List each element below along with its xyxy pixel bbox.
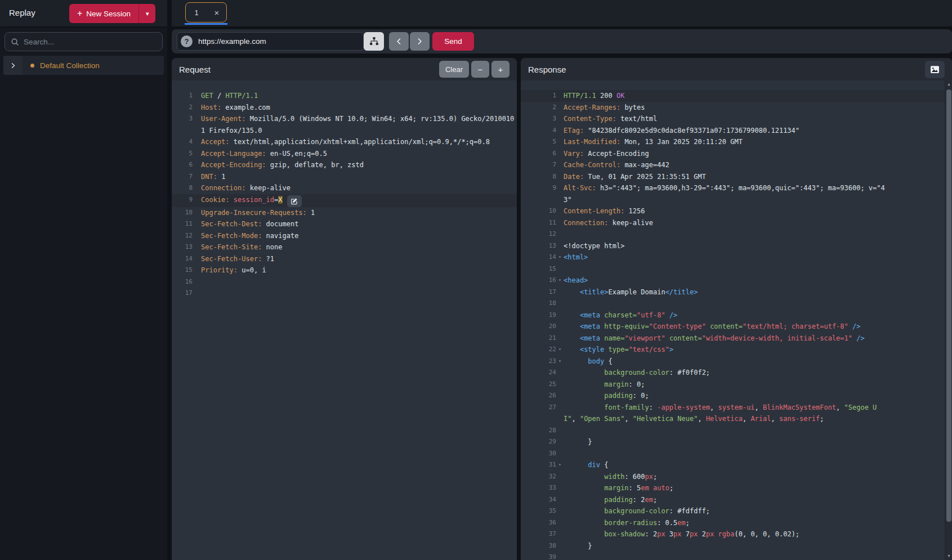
code-line[interactable]: 7Cache-Control: max-age=442: [521, 159, 952, 171]
code-line[interactable]: 32 width: 600px;: [521, 471, 952, 483]
code-line[interactable]: 28: [521, 425, 952, 437]
code-line[interactable]: 14▾<html>: [521, 252, 952, 263]
fold-gutter: [556, 102, 564, 114]
collection-dot-icon: [30, 64, 34, 68]
fold-gutter: [556, 217, 564, 229]
code-line[interactable]: 17: [172, 288, 517, 299]
code-line[interactable]: 24 background-color: #f0f0f2;: [521, 367, 952, 379]
code-line[interactable]: 21 <meta name="viewport" content="width=…: [521, 333, 952, 344]
code-line[interactable]: 18: [521, 298, 952, 310]
code-line[interactable]: 31▾ div {: [521, 459, 952, 471]
code-line[interactable]: 2Host: example.com: [172, 102, 517, 114]
render-preview-button[interactable]: [925, 61, 945, 78]
decrease-font-button[interactable]: −: [471, 61, 489, 78]
code-line[interactable]: 38 }: [521, 540, 952, 552]
code-line[interactable]: 1HTTP/1.1 200 OK: [521, 90, 952, 102]
code-line[interactable]: 12: [521, 229, 952, 240]
code-text: <title>Example Domain</title>: [564, 286, 952, 298]
code-line[interactable]: 11Sec-Fetch-Dest: document: [172, 218, 517, 230]
fold-gutter: [556, 390, 564, 402]
code-line[interactable]: 9Alt-Svc: h3=":443"; ma=93600,h3-29=":44…: [521, 182, 952, 205]
search-input[interactable]: Search...: [5, 32, 163, 51]
fold-gutter: [556, 113, 564, 125]
code-text: Sec-Fetch-Dest: document: [201, 218, 517, 230]
line-number: 6: [521, 148, 556, 160]
code-line[interactable]: 25 margin: 0;: [521, 379, 952, 391]
url-input[interactable]: ? https://example.com: [177, 32, 364, 51]
code-line[interactable]: 39: [521, 552, 952, 560]
code-line[interactable]: 19 <meta charset="utf-8" />: [521, 310, 952, 321]
sidebar-item-default-collection[interactable]: Default Collection: [3, 56, 164, 75]
code-line[interactable]: 20 <meta http-equiv="Content-type" conte…: [521, 321, 952, 333]
new-session-button[interactable]: + New Session ▾: [69, 4, 155, 23]
code-line[interactable]: 26 padding: 0;: [521, 390, 952, 402]
line-number: 39: [521, 552, 556, 560]
session-tab-1[interactable]: 1 ×: [185, 2, 227, 23]
fold-toggle-icon[interactable]: ▾: [556, 275, 564, 286]
code-text: Priority: u=0, i: [201, 265, 517, 276]
expand-collection-button[interactable]: [3, 56, 23, 75]
code-line[interactable]: 13<!doctype html>: [521, 240, 952, 252]
code-line[interactable]: 12Sec-Fetch-Mode: navigate: [172, 230, 517, 242]
fold-toggle-icon[interactable]: ▾: [556, 252, 564, 263]
history-forward-button[interactable]: [410, 32, 430, 51]
code-line[interactable]: 13Sec-Fetch-Site: none: [172, 241, 517, 253]
code-line[interactable]: 6Accept-Encoding: gzip, deflate, br, zst…: [172, 159, 517, 171]
code-line[interactable]: 5Last-Modified: Mon, 13 Jan 2025 20:11:2…: [521, 136, 952, 148]
history-back-button[interactable]: [389, 32, 409, 51]
scroll-down-icon[interactable]: ▾: [945, 552, 952, 560]
code-line[interactable]: 10Upgrade-Insecure-Requests: 1: [172, 207, 517, 219]
code-line[interactable]: 7DNT: 1: [172, 171, 517, 183]
clear-request-button[interactable]: Clear: [439, 61, 469, 78]
request-editor[interactable]: 1GET / HTTP/1.12Host: example.com3User-A…: [172, 80, 517, 560]
code-line[interactable]: 17 <title>Example Domain</title>: [521, 286, 952, 298]
code-line[interactable]: 29 }: [521, 436, 952, 448]
help-icon[interactable]: ?: [181, 35, 193, 47]
code-line[interactable]: 36 border-radius: 0.5em;: [521, 517, 952, 529]
code-line[interactable]: 27 font-family: -apple-system, system-ui…: [521, 402, 952, 425]
code-line[interactable]: 6Vary: Accept-Encoding: [521, 148, 952, 160]
code-line[interactable]: 14Sec-Fetch-User: ?1: [172, 253, 517, 265]
response-editor[interactable]: 1HTTP/1.1 200 OK2Accept-Ranges: bytes3Co…: [521, 80, 952, 560]
code-line[interactable]: 15Priority: u=0, i: [172, 265, 517, 276]
code-line[interactable]: 10Content-Length: 1256: [521, 205, 952, 217]
response-title: Response: [528, 65, 566, 74]
code-line[interactable]: 11Connection: keep-alive: [521, 217, 952, 229]
code-line[interactable]: 15: [521, 263, 952, 275]
fold-toggle-icon[interactable]: ▾: [556, 459, 564, 471]
code-line[interactable]: 35 background-color: #fdfdff;: [521, 505, 952, 517]
code-line[interactable]: 9Cookie: session_id=X: [172, 194, 517, 207]
code-line[interactable]: 3Content-Type: text/html: [521, 113, 952, 125]
code-line[interactable]: 5Accept-Language: en-US,en;q=0.5: [172, 148, 517, 160]
code-line[interactable]: 16▾<head>: [521, 275, 952, 286]
code-line[interactable]: 3User-Agent: Mozilla/5.0 (Windows NT 10.…: [172, 113, 517, 136]
code-text: <meta name="viewport" content="width=dev…: [564, 333, 952, 344]
line-number: 10: [521, 205, 556, 217]
scroll-up-icon[interactable]: ▴: [945, 80, 952, 88]
code-line[interactable]: 37 box-shadow: 2px 3px 7px 2px rgba(0, 0…: [521, 528, 952, 540]
code-line[interactable]: 2Accept-Ranges: bytes: [521, 102, 952, 114]
code-line[interactable]: 23▾ body {: [521, 356, 952, 368]
close-tab-icon[interactable]: ×: [207, 8, 226, 17]
code-line[interactable]: 22▾ <style type="text/css">: [521, 344, 952, 356]
fold-toggle-icon[interactable]: ▾: [556, 344, 564, 356]
code-line[interactable]: 34 padding: 2em;: [521, 494, 952, 506]
code-line[interactable]: 4ETag: "84238dfc8092e5d9c0dac8ef93371a07…: [521, 125, 952, 137]
new-session-dropdown-button[interactable]: ▾: [138, 4, 155, 23]
line-number: 20: [521, 321, 556, 333]
code-line[interactable]: 8Date: Tue, 01 Apr 2025 21:35:51 GMT: [521, 171, 952, 183]
code-line[interactable]: 8Connection: keep-alive: [172, 182, 517, 194]
request-title: Request: [179, 65, 211, 74]
code-line[interactable]: 16: [172, 276, 517, 288]
response-scrollbar[interactable]: ▴ ▾: [945, 80, 952, 560]
send-button[interactable]: Send: [432, 32, 474, 51]
code-line[interactable]: 1GET / HTTP/1.1: [172, 90, 517, 102]
code-line[interactable]: 4Accept: text/html,application/xhtml+xml…: [172, 136, 517, 148]
code-line[interactable]: 30: [521, 448, 952, 460]
increase-font-button[interactable]: +: [491, 61, 509, 78]
edit-cookie-button[interactable]: [287, 195, 302, 207]
fold-toggle-icon[interactable]: ▾: [556, 356, 564, 368]
scrollbar-thumb[interactable]: [946, 89, 951, 522]
sitemap-button[interactable]: [364, 32, 384, 51]
code-line[interactable]: 33 margin: 5em auto;: [521, 482, 952, 494]
